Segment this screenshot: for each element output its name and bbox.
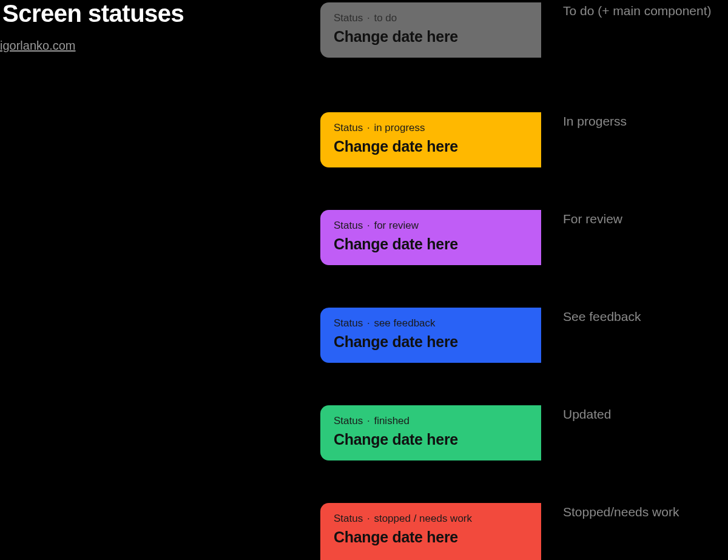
status-row-stopped: Status · stopped / needs work Change dat…: [320, 503, 541, 560]
status-prefix: Status: [334, 122, 363, 133]
status-separator: ·: [367, 12, 370, 24]
status-card-stopped: Status · stopped / needs work Change dat…: [320, 503, 541, 560]
status-name: stopped / needs work: [374, 513, 472, 524]
row-label-seefeedback: See feedback: [563, 309, 641, 324]
status-prefix: Status: [334, 513, 363, 524]
status-separator: ·: [367, 415, 370, 427]
row-label-inprogress: In progerss: [563, 114, 627, 129]
status-prefix: Status: [334, 220, 363, 231]
row-label-todo: To do (+ main component): [563, 4, 712, 18]
status-prefix: Status: [334, 415, 363, 427]
status-separator: ·: [367, 220, 370, 231]
status-card-forreview: Status · for review Change date here: [320, 210, 541, 265]
status-card-finished: Status · finished Change date here: [320, 405, 541, 460]
page-title: Screen statuses: [2, 0, 184, 27]
status-meta: Status · to do: [334, 12, 528, 24]
status-prefix: Status: [334, 317, 363, 329]
status-separator: ·: [367, 122, 370, 133]
status-meta: Status · finished: [334, 415, 528, 427]
status-meta: Status · stopped / needs work: [334, 513, 528, 525]
status-name: for review: [374, 220, 419, 231]
status-meta: Status · see feedback: [334, 317, 528, 329]
status-prefix: Status: [334, 12, 363, 24]
status-change-date: Change date here: [334, 235, 528, 253]
status-change-date: Change date here: [334, 28, 528, 46]
status-name: finished: [374, 415, 410, 427]
status-row-seefeedback: Status · see feedback Change date here: [320, 308, 541, 363]
row-label-forreview: For review: [563, 212, 622, 226]
status-change-date: Change date here: [334, 138, 528, 155]
status-card-seefeedback: Status · see feedback Change date here: [320, 308, 541, 363]
status-separator: ·: [367, 317, 370, 329]
status-name: in progress: [374, 122, 425, 133]
status-card-inprogress: Status · in progress Change date here: [320, 112, 541, 167]
status-name: see feedback: [374, 317, 435, 329]
status-row-finished: Status · finished Change date here: [320, 405, 541, 460]
status-change-date: Change date here: [334, 528, 528, 546]
status-row-forreview: Status · for review Change date here: [320, 210, 541, 265]
status-card-todo: Status · to do Change date here: [320, 2, 541, 58]
status-change-date: Change date here: [334, 431, 528, 448]
row-label-stopped: Stopped/needs work: [563, 505, 679, 519]
status-meta: Status · for review: [334, 220, 528, 232]
status-change-date: Change date here: [334, 333, 528, 351]
status-name: to do: [374, 12, 397, 24]
status-row-todo: Status · to do Change date here: [320, 2, 541, 58]
status-separator: ·: [367, 513, 370, 524]
author-link[interactable]: igorlanko.com: [0, 39, 76, 53]
status-row-inprogress: Status · in progress Change date here: [320, 112, 541, 167]
row-label-finished: Updated: [563, 407, 611, 422]
status-meta: Status · in progress: [334, 122, 528, 134]
